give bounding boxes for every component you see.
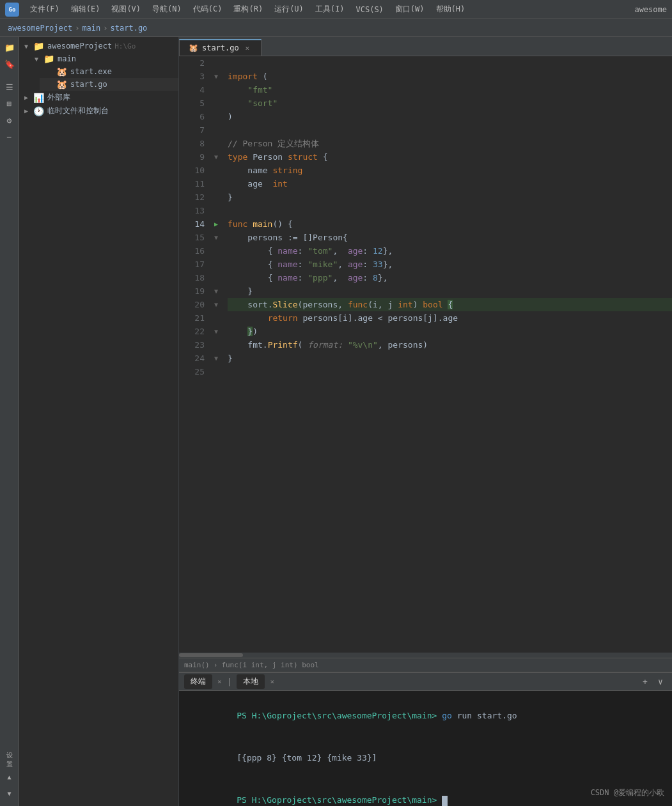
menu-code[interactable]: 代码(C) xyxy=(189,2,227,17)
toolbar-structure-btn[interactable]: ⊞ xyxy=(2,96,17,111)
terminal-line-2: [{ppp 8} {tom 12} {mike 33}] xyxy=(187,737,664,779)
sidebar-item-startgo[interactable]: 🐹 start.go xyxy=(40,78,178,91)
menu-run[interactable]: 运行(U) xyxy=(270,2,308,17)
terminal-output: [{ppp 8} {tom 12} {mike 33}] xyxy=(237,753,377,763)
toolbar-bookmark-btn[interactable]: 🔖 xyxy=(2,56,17,72)
terminal-tab-close[interactable]: × xyxy=(217,678,222,686)
ext-arrow: ▶ xyxy=(24,94,33,101)
code-line-11: age int xyxy=(228,177,672,190)
tab-startgo[interactable]: 🐹 start.go × xyxy=(179,39,262,56)
menu-nav[interactable]: 导航(N) xyxy=(148,2,186,17)
code-line-7 xyxy=(228,123,672,137)
code-editor[interactable]: 2 3 4 5 6 7 8 9 10 11 12 13 14 15 16 17 xyxy=(179,56,672,653)
tab-label: start.go xyxy=(202,43,239,52)
scrollbar-thumb[interactable] xyxy=(179,653,243,657)
status-sep: › xyxy=(214,661,218,669)
toolbar-settings-btn[interactable]: ⚙ xyxy=(2,112,17,128)
menu-edit[interactable]: 编辑(E) xyxy=(66,2,105,17)
ext-label: 外部库 xyxy=(47,92,70,103)
terminal-controls: + ∨ xyxy=(639,676,667,688)
menu-right-text: awesome xyxy=(634,5,667,14)
code-line-15: persons := []Person{ xyxy=(228,231,672,244)
breadcrumb-project[interactable]: awesomeProject xyxy=(8,24,72,33)
code-line-23: fmt.Printf( format: "%v\n", persons) xyxy=(228,338,672,352)
project-path: H:\Go xyxy=(114,42,136,50)
local-tab[interactable]: 本地 xyxy=(237,674,265,689)
sidebar-main-folder[interactable]: ▼ 📁 main xyxy=(29,52,178,65)
fold-gutter: ▼ ▼ ▶ ▼ ▼ ▼ xyxy=(210,56,223,653)
horizontal-scrollbar[interactable] xyxy=(179,653,672,658)
code-line-3: import ( xyxy=(228,70,672,83)
code-content[interactable]: import ( "fmt" "sort" ) // Person 定义结构体 … xyxy=(223,56,672,653)
terminal-prompt-1: PS H:\Goproject\src\awesomeProject\main> xyxy=(237,711,442,720)
toolbar-minus-btn[interactable]: − xyxy=(2,129,17,144)
ext-icon: 📊 xyxy=(33,93,44,103)
terminal-tab[interactable]: 终端 xyxy=(184,674,212,689)
toolbar-bottom-btn2[interactable]: ▲ xyxy=(2,769,17,784)
main-arrow: ▼ xyxy=(35,56,43,63)
toolbar-list-btn[interactable]: ☰ xyxy=(2,79,17,95)
code-line-9: type Person struct { xyxy=(228,150,672,164)
bottom-tabs-bar: 终端 × | 本地 × + ∨ xyxy=(179,673,672,691)
code-line-14: func main() { xyxy=(228,217,672,231)
menu-vcs[interactable]: VCS(S) xyxy=(352,3,388,16)
menu-refactor[interactable]: 重构(R) xyxy=(229,2,267,17)
code-line-20: sort.Slice(persons, func(i, j int) bool … xyxy=(228,298,672,311)
go-file-label: start.go xyxy=(70,80,107,89)
terminal-line-1: PS H:\Goproject\src\awesomeProject\main>… xyxy=(187,695,664,737)
code-line-2 xyxy=(228,56,672,70)
code-line-19: } xyxy=(228,284,672,298)
menu-window[interactable]: 窗口(W) xyxy=(391,2,429,17)
sidebar-temp-files[interactable]: ▶ 🕐 临时文件和控制台 xyxy=(19,104,178,118)
go-file-icon: 🐹 xyxy=(56,79,67,89)
breadcrumb-sep1: › xyxy=(75,24,79,33)
sidebar-project-root[interactable]: ▼ 📁 awesomeProject H:\Go xyxy=(19,40,178,52)
menu-bar: Go 文件(F) 编辑(E) 视图(V) 导航(N) 代码(C) 重构(R) 运… xyxy=(0,0,672,19)
menu-file[interactable]: 文件(F) xyxy=(26,2,64,17)
code-line-4: "fmt" xyxy=(228,83,672,97)
add-terminal-btn[interactable]: + xyxy=(639,676,652,688)
sidebar: ▼ 📁 awesomeProject H:\Go ▼ 📁 main 🐹 star… xyxy=(19,37,179,806)
bottom-panel: 终端 × | 本地 × + ∨ PS H:\Goproject\src\awes… xyxy=(179,672,672,806)
terminal-cursor xyxy=(442,796,448,806)
code-line-21: return persons[i].age < persons[j].age xyxy=(228,311,672,325)
tab-icon: 🐹 xyxy=(189,43,198,52)
editor-area: 🐹 start.go × 2 3 4 5 6 7 8 9 10 11 xyxy=(179,37,672,806)
toolbar-bottom-btn3[interactable]: ▼ xyxy=(2,786,17,801)
code-line-5: "sort" xyxy=(228,97,672,110)
tab-divider: | xyxy=(227,677,232,686)
code-line-8: // Person 定义结构体 xyxy=(228,137,672,150)
main-folder-icon: 📁 xyxy=(43,54,54,64)
main-folder-label: main xyxy=(58,54,76,63)
chevron-down-icon[interactable]: ∨ xyxy=(654,676,667,688)
app-logo: Go xyxy=(5,3,19,17)
menu-view[interactable]: 视图(V) xyxy=(107,2,145,17)
code-line-12: } xyxy=(228,190,672,204)
main-layout: 📁 🔖 ☰ ⊞ ⚙ − 设置 ▲ ▼ ▼ 📁 awesomeProject H:… xyxy=(0,37,672,806)
toolbar-bottom-btn1[interactable]: 设置 xyxy=(2,752,17,768)
left-toolbar: 📁 🔖 ☰ ⊞ ⚙ − 设置 ▲ ▼ xyxy=(0,37,19,806)
temp-label: 临时文件和控制台 xyxy=(47,105,109,116)
tab-close-btn[interactable]: × xyxy=(243,43,252,52)
sidebar-external-libs[interactable]: ▶ 📊 外部库 xyxy=(19,91,178,104)
code-line-16: { name: "tom", age: 12}, xyxy=(228,244,672,258)
temp-icon: 🕐 xyxy=(33,106,44,116)
toolbar-project-btn[interactable]: 📁 xyxy=(2,40,17,55)
line-numbers: 2 3 4 5 6 7 8 9 10 11 12 13 14 15 16 17 xyxy=(179,56,210,653)
menu-tools[interactable]: 工具(I) xyxy=(311,2,349,17)
folder-icon: 📁 xyxy=(33,41,44,51)
code-line-24: } xyxy=(228,352,672,365)
status-bar: main() › func(i int, j int) bool xyxy=(179,658,672,672)
sidebar-item-startexe[interactable]: 🐹 start.exe xyxy=(40,65,178,78)
breadcrumb-file[interactable]: start.go xyxy=(111,24,148,33)
breadcrumb-folder[interactable]: main xyxy=(82,24,100,33)
menu-help[interactable]: 帮助(H) xyxy=(432,2,470,17)
breadcrumb-sep2: › xyxy=(103,24,107,33)
exe-file-label: start.exe xyxy=(70,67,112,76)
exe-file-icon: 🐹 xyxy=(56,66,67,77)
status-main: main() xyxy=(184,661,210,669)
terminal-cmd-rest: run start.go xyxy=(452,711,517,720)
terminal-cmd-go: go xyxy=(442,711,452,720)
local-tab-close[interactable]: × xyxy=(270,678,274,686)
terminal-prompt-2: PS H:\Goproject\src\awesomeProject\main> xyxy=(237,795,442,805)
